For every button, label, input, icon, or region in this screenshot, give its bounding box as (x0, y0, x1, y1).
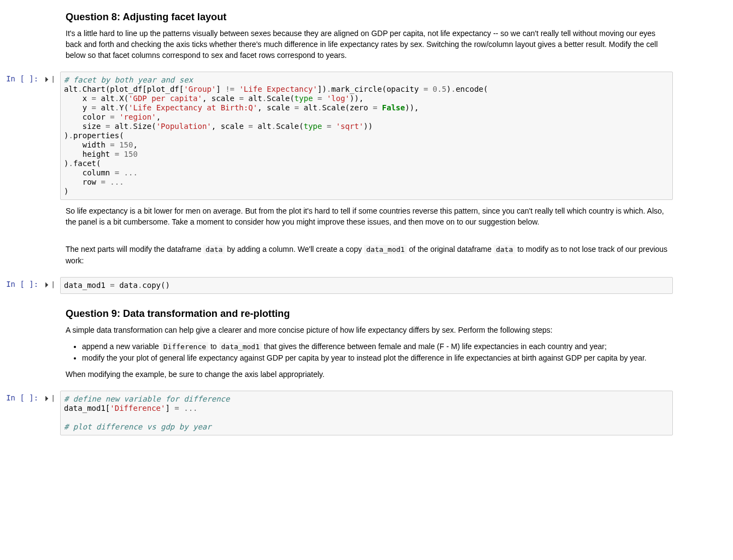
prompt-empty (0, 205, 60, 272)
code-token: alt (64, 85, 78, 93)
run-cell-icon[interactable]: ⏵| (42, 280, 60, 290)
input-prompt: In [ ]: (6, 74, 42, 84)
code-cell-2: In [ ]: ⏵| data_mod1 = data.copy() (0, 274, 733, 297)
code-comment: # plot difference vs gdp by year (64, 422, 212, 431)
list-item: append a new variable Difference to data… (82, 341, 673, 352)
prompt-empty (0, 299, 60, 385)
code-comment: # facet by both year and sex (64, 75, 193, 84)
inline-code-data: data (203, 245, 225, 254)
heading-q9: Question 9: Data transformation and re-p… (66, 308, 673, 320)
para-q9: A simple data transformation can help gi… (66, 325, 673, 335)
input-prompt: In [ ]: (6, 393, 42, 403)
prompt-empty (0, 3, 60, 66)
markdown-cell-q8: Question 8: Adjusting facet layout It's … (0, 0, 733, 69)
code-editor-2[interactable]: data_mod1 = data.copy() (60, 277, 673, 294)
inline-code-data2: data (494, 245, 515, 254)
notebook-container: Question 8: Adjusting facet layout It's … (0, 0, 733, 455)
list-item: modify the your plot of general life exp… (82, 352, 673, 363)
code-cell-3: In [ ]: ⏵| # define new variable for dif… (0, 388, 733, 438)
inline-code-datamod1: data_mod1 (219, 342, 262, 351)
run-cell-icon[interactable]: ⏵| (42, 393, 60, 403)
run-cell-icon[interactable]: ⏵| (42, 74, 60, 84)
para-mid1: So life expectancy is a bit lower for me… (66, 205, 673, 227)
para-q8: It's a little hard to line up the patter… (66, 28, 673, 61)
bullet-list: append a new variable Difference to data… (66, 341, 673, 363)
markdown-cell-mid: So life expectancy is a bit lower for me… (0, 203, 733, 274)
markdown-cell-q9: Question 9: Data transformation and re-p… (0, 297, 733, 388)
code-cell-1: In [ ]: ⏵| # facet by both year and sex … (0, 69, 733, 203)
code-comment: # define new variable for difference (64, 394, 230, 403)
input-prompt: In [ ]: (6, 280, 42, 289)
code-editor-1[interactable]: # facet by both year and sex alt.Chart(p… (60, 72, 673, 200)
heading-q8: Question 8: Adjusting facet layout (66, 11, 673, 23)
para-mid2: The next parts will modify the dataframe… (66, 244, 673, 266)
inline-code-difference: Difference (161, 342, 208, 351)
para-q9-2: When modifying the example, be sure to c… (66, 369, 673, 380)
inline-code-datamod1: data_mod1 (364, 245, 407, 254)
code-editor-3[interactable]: # define new variable for difference dat… (60, 391, 673, 435)
